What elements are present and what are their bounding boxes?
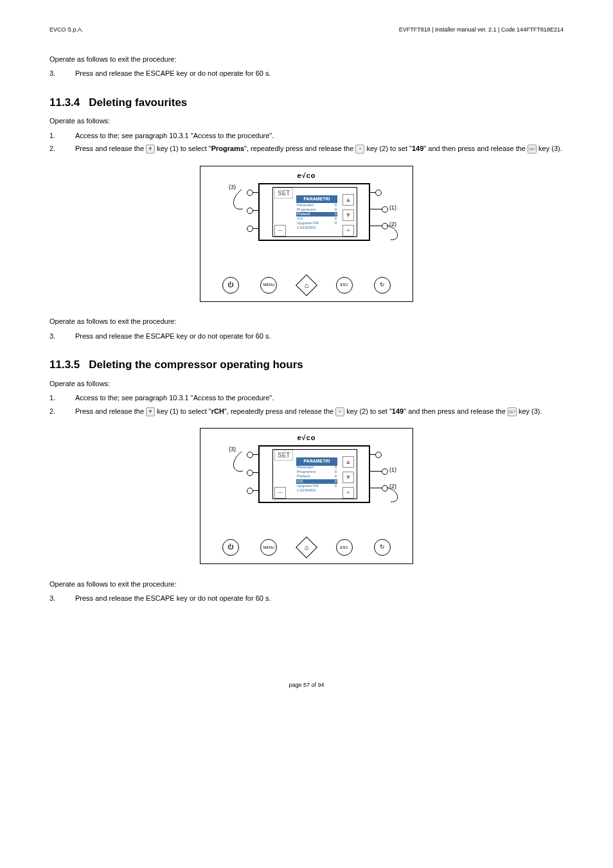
section-title-text: Deleting favourites — [89, 96, 187, 109]
set-key-icon: SET — [508, 407, 517, 416]
lead-line — [253, 454, 258, 455]
knob-icon — [375, 190, 382, 196]
device-figure-2: e√co SET PARAMETRI Parametri0 Programmi0… — [200, 428, 413, 564]
panel-screen: SET PARAMETRI Parametri0 Programmi0 Pref… — [272, 449, 357, 499]
lead-line — [253, 472, 258, 473]
screen-header: PARAMETRI — [296, 195, 337, 204]
panel-down-icon: ▼ — [342, 209, 354, 221]
esc-button-icon: ESC — [336, 539, 353, 556]
step-2: 2. Press and release the ▼ key (1) to se… — [49, 143, 564, 154]
panel-minus-icon: – — [274, 225, 286, 236]
menu-button-icon: MENU — [260, 277, 277, 294]
panel-up-icon: ▲ — [342, 456, 354, 468]
step-number: 1. — [49, 393, 75, 403]
knob-icon — [382, 206, 388, 213]
step-text: Press and release the ▼ key (1) to selec… — [75, 143, 564, 154]
step-1: 1. Access to the; see paragraph 10.3.1 "… — [49, 393, 564, 403]
exit-intro-text: Operate as follows to exit the procedure… — [49, 579, 564, 590]
exit-intro-text: Operate as follows to exit the procedure… — [49, 316, 564, 327]
step-2: 2. Press and release the ▼ key (1) to se… — [49, 406, 564, 417]
section-11-3-4-heading: 11.3.4Deleting favourites — [49, 94, 564, 111]
screen-menu-list: Parametri0 Programmi0 Preferiti0 rCh0 Up… — [296, 203, 337, 231]
company-name: EVCO S.p.A. — [49, 26, 84, 35]
section-number: 11.3.5 — [49, 357, 80, 373]
down-key-icon: ▼ — [146, 407, 155, 416]
device-bottom-buttons: ⏻ MENU ⌂ ESC ↻ — [200, 277, 413, 294]
operate-intro: Operate as follows: — [49, 116, 564, 127]
operate-intro: Operate as follows: — [49, 378, 564, 389]
step-text: Press and release the ▼ key (1) to selec… — [75, 406, 564, 417]
step-text: Access to the; see paragraph 10.3.1 "Acc… — [75, 393, 564, 403]
doc-info: EVFTFT818 | Installer manual ver. 2.1 | … — [399, 26, 564, 35]
panel-outline: SET PARAMETRI Parametri0 Programmi0 Pref… — [258, 183, 370, 241]
step-number: 2. — [49, 143, 75, 154]
panel-plus-icon: + — [342, 487, 354, 499]
exit-step: 3. Press and release the ESCAPE key or d… — [49, 593, 564, 604]
menu-button-icon: MENU — [260, 539, 277, 556]
exit-step: 3. Press and release the ESCAPE key or d… — [49, 331, 564, 342]
power-icon: ⏻ — [222, 277, 239, 294]
lead-line — [253, 210, 258, 211]
lead-line — [370, 471, 382, 472]
section-title-text: Deleting the compressor operating hours — [89, 359, 303, 371]
plus-key-icon: + — [335, 407, 344, 416]
lead-line — [253, 192, 258, 193]
lead-line — [370, 226, 382, 226]
cycle-icon: ↻ — [374, 277, 391, 294]
section-11-3-5-heading: 11.3.5Deleting the compressor operating … — [49, 357, 564, 373]
step-text: Press and release the ESCAPE key or do n… — [75, 68, 564, 79]
panel-screen: SET PARAMETRI Parametri0 Programmi0 Pref… — [272, 187, 357, 237]
evco-logo: e√co — [298, 432, 316, 443]
exit-step: 3. Press and release the ESCAPE key or d… — [49, 68, 564, 79]
screen-menu-list: Parametri0 Programmi0 Preferiti0 rCh0 Up… — [296, 465, 337, 493]
evco-logo: e√co — [298, 170, 316, 181]
set-indicator: SET — [274, 188, 293, 199]
esc-button-icon: ESC — [336, 277, 353, 294]
home-icon: ⌂ — [296, 536, 317, 558]
callout-1: (1) — [389, 466, 396, 475]
callout-curve-icon — [234, 452, 251, 477]
set-indicator: SET — [274, 450, 293, 461]
set-key-icon: SET — [528, 145, 537, 154]
callout-1: (1) — [389, 204, 396, 213]
lead-line — [253, 228, 258, 229]
step-1: 1. Access to the; see paragraph 10.3.1 "… — [49, 130, 564, 141]
screen-header: PARAMETRI — [296, 457, 337, 466]
callout-curve-icon — [387, 226, 406, 245]
step-number: 1. — [49, 130, 75, 141]
knob-icon — [375, 452, 382, 458]
lead-line — [370, 488, 382, 488]
callout-curve-icon — [234, 190, 251, 215]
section-number: 11.3.4 — [49, 94, 80, 111]
lead-line — [369, 192, 375, 193]
panel-outline: SET PARAMETRI Parametri0 Programmi0 Pref… — [258, 445, 370, 503]
knob-icon — [247, 226, 253, 232]
down-key-icon: ▼ — [146, 145, 155, 154]
step-text: Access to the; see paragraph 10.3.1 "Acc… — [75, 130, 564, 141]
step-text: Press and release the ESCAPE key or do n… — [75, 331, 564, 342]
lead-line — [253, 490, 258, 491]
device-bottom-buttons: ⏻ MENU ⌂ ESC ↻ — [200, 539, 413, 556]
panel-down-icon: ▼ — [342, 472, 354, 483]
panel-plus-icon: + — [342, 225, 354, 236]
panel-up-icon: ▲ — [342, 194, 354, 206]
page-footer: page 57 of 94 — [49, 681, 564, 690]
plus-key-icon: + — [355, 145, 364, 154]
lead-line — [370, 209, 382, 209]
power-icon: ⏻ — [222, 539, 239, 556]
lead-line — [369, 454, 375, 455]
knob-icon — [247, 488, 253, 494]
step-number: 3. — [49, 68, 75, 79]
exit-intro-text: Operate as follows to exit the procedure… — [49, 54, 564, 65]
knob-icon — [382, 468, 388, 475]
callout-curve-icon — [387, 488, 406, 507]
home-icon: ⌂ — [296, 274, 317, 296]
step-text: Press and release the ESCAPE key or do n… — [75, 593, 564, 604]
cycle-icon: ↻ — [374, 539, 391, 556]
step-number: 2. — [49, 406, 75, 417]
device-figure-1: e√co SET PARAMETRI Parametri0 Programmi0… — [200, 166, 413, 302]
step-number: 3. — [49, 593, 75, 604]
step-number: 3. — [49, 331, 75, 342]
panel-minus-icon: – — [274, 487, 286, 499]
